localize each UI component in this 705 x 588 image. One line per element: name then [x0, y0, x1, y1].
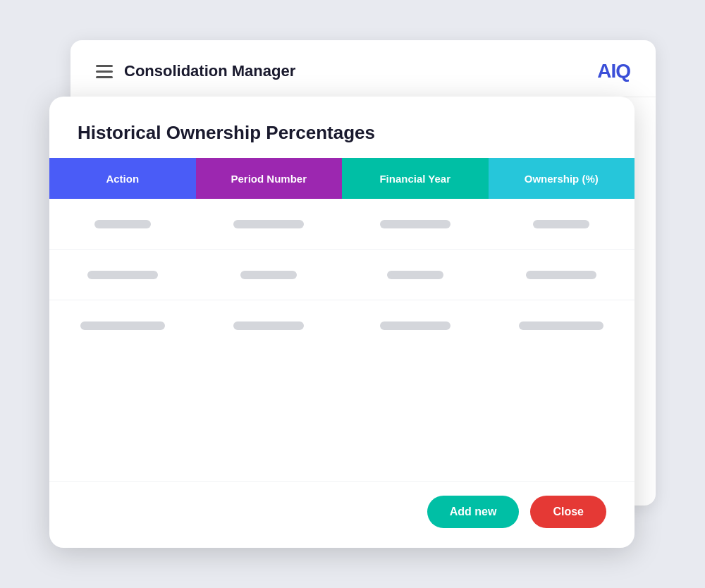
modal-title: Historical Ownership Percentages	[78, 122, 606, 144]
col-header-period: Period Number	[196, 158, 343, 199]
modal-table-body	[49, 199, 634, 481]
hamburger-icon[interactable]	[96, 65, 113, 78]
bg-card-title: Consolidation Manager	[124, 62, 295, 80]
table-cell	[489, 220, 635, 228]
aiq-logo: AIQ	[597, 60, 630, 82]
cell-ph	[387, 271, 443, 279]
col-header-action: Action	[49, 158, 196, 199]
modal-header: Historical Ownership Percentages	[49, 97, 634, 158]
table-row	[49, 300, 634, 351]
cell-ph	[94, 220, 151, 228]
table-row	[49, 250, 634, 300]
table-cell	[342, 321, 489, 330]
cell-ph	[233, 321, 304, 330]
table-cell	[489, 271, 635, 279]
close-button[interactable]: Close	[530, 496, 606, 528]
bg-header-left: Consolidation Manager	[96, 62, 295, 80]
modal-table-header: Action Period Number Financial Year Owne…	[49, 158, 634, 199]
bg-header: Consolidation Manager AIQ	[70, 40, 656, 97]
cell-ph	[380, 220, 450, 228]
cell-ph	[240, 271, 297, 279]
cell-ph	[526, 271, 596, 279]
cell-ph	[87, 271, 158, 279]
col-header-financial: Financial Year	[342, 158, 489, 199]
table-cell	[196, 321, 343, 330]
modal-table: Action Period Number Financial Year Owne…	[49, 158, 634, 481]
cell-ph	[80, 321, 165, 330]
table-cell	[49, 321, 196, 330]
table-cell	[342, 271, 489, 279]
col-header-ownership: Ownership (%)	[489, 158, 635, 199]
table-cell	[196, 271, 343, 279]
scene: Consolidation Manager AIQ	[49, 40, 656, 548]
table-cell	[49, 220, 196, 228]
cell-ph	[380, 321, 450, 330]
cell-ph	[233, 220, 304, 228]
modal-card: Historical Ownership Percentages Action …	[49, 97, 634, 548]
cell-ph	[519, 321, 603, 330]
table-cell	[489, 321, 635, 330]
table-cell	[49, 271, 196, 279]
add-new-button[interactable]: Add new	[427, 496, 520, 528]
table-cell	[196, 220, 343, 228]
modal-footer: Add new Close	[49, 481, 634, 548]
cell-ph	[533, 220, 589, 228]
table-row	[49, 199, 634, 250]
table-cell	[342, 220, 489, 228]
